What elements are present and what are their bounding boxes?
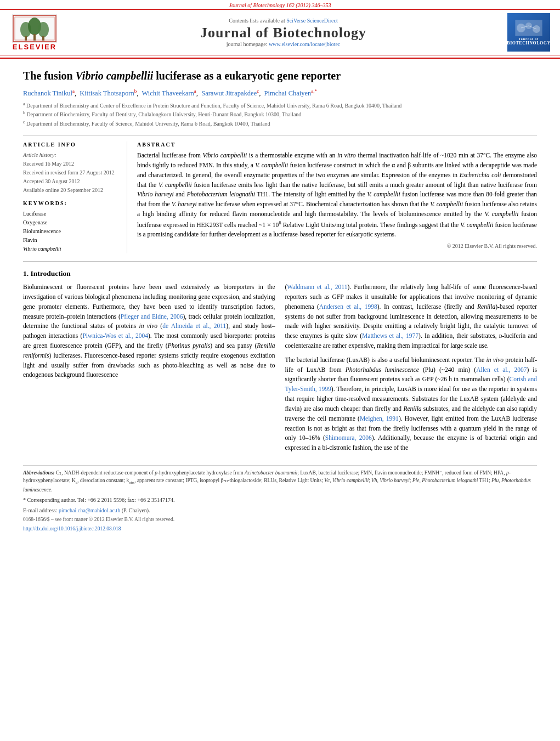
article-info-abstract: ARTICLE INFO Article history: Received 1…: [23, 135, 537, 253]
ref-dealmeida: de Almeida et al., 2011: [162, 323, 226, 329]
affiliations: a Department of Biochemistry and Center …: [23, 101, 537, 128]
article-info-header: ARTICLE INFO: [23, 142, 119, 148]
intro-para2-right: The bacterial luciferase (LuxAB) is also…: [285, 355, 538, 453]
journal-center: Contents lists available at SciVerse Sci…: [59, 18, 507, 47]
footnotes-doi[interactable]: http://dx.doi.org/10.1016/j.jbiotec.2012…: [23, 525, 537, 533]
author-1: Ruchanok Tinikul: [23, 89, 72, 97]
logo-bio-word: BIOTECHNOLOGY: [507, 41, 550, 46]
ref-pfleger: Pfleger and Eidne, 2006: [121, 313, 183, 320]
journal-top-bar: Journal of Biotechnology 162 (2012) 346–…: [0, 0, 560, 9]
email-link[interactable]: pimchai.cha@mahidol.ac.th: [59, 507, 120, 513]
received-date: Received 16 May 2012: [23, 160, 119, 168]
keyword-1: Luciferase: [23, 210, 119, 218]
intro-section: 1. Introduction Bioluminescent or fluore…: [23, 269, 537, 457]
keyword-3: Bioluminescence: [23, 227, 119, 236]
footnotes-contact: * Corresponding author. Tel: +66 2 2011 …: [23, 496, 537, 504]
journal-sciverse: Contents lists available at SciVerse Sci…: [65, 18, 502, 24]
abstract-bacterial: Bacterial luciferase from Vibrio campbel…: [137, 152, 537, 237]
intro-para1: Bioluminescent or fluorescent proteins h…: [23, 282, 275, 380]
intro-para1-right: (Waldmann et al., 2011). Furthermore, th…: [285, 282, 538, 351]
elsevier-box: [12, 14, 57, 43]
ref-piwnica: Piwnica-Wos et al., 2004: [82, 332, 148, 339]
ref-waldmann: Waldmann et al., 2011: [287, 284, 347, 290]
abbrev-text: C₁, NADH-dependent reductase component o…: [23, 470, 531, 493]
affil-a: a Department of Biochemistry and Center …: [23, 101, 537, 110]
title-start: The fusion: [23, 70, 76, 82]
journal-header: Journal of Biotechnology 162 (2012) 346–…: [0, 0, 560, 59]
keyword-4: Flavin: [23, 236, 119, 245]
article-title: The fusion Vibrio campbellii luciferase …: [23, 69, 537, 83]
article-content: The fusion Vibrio campbellii luciferase …: [0, 59, 560, 543]
footnotes-abbrev: Abbreviations: C₁, NADH-dependent reduct…: [23, 469, 537, 494]
article-info-column: ARTICLE INFO Article history: Received 1…: [23, 142, 127, 253]
history-label: Article history:: [23, 151, 119, 160]
ref-allen: Allen et al., 2007: [476, 366, 527, 373]
journal-title: Journal of Biotechnology: [65, 25, 502, 41]
journal-homepage-link[interactable]: www.elsevier.com/locate/jbiotec: [269, 41, 340, 47]
intro-body: Bioluminescent or fluorescent proteins h…: [23, 282, 537, 457]
journal-homepage: journal homepage: www.elsevier.com/locat…: [65, 41, 502, 47]
footnotes-email: E-mail address: pimchai.cha@mahidol.ac.t…: [23, 506, 537, 514]
author-2: Kittisak Thotsaporn: [80, 89, 134, 97]
svg-point-3: [38, 22, 49, 37]
svg-rect-5: [33, 34, 36, 41]
affil-c: c Department of Biochemistry, Faculty of…: [23, 119, 537, 128]
elsevier-tree-icon: [12, 14, 57, 43]
journal-logo-image: [515, 20, 542, 36]
section-divider: [23, 261, 537, 262]
ref-meighen: Meighen, 1991: [360, 415, 399, 422]
intro-left-col: Bioluminescent or fluorescent proteins h…: [23, 282, 275, 457]
ref-andersen: Andersen et al., 1998: [319, 303, 377, 310]
ref-matthews: Matthews et al., 1977: [362, 332, 418, 339]
ref-shimomura: Shimomura, 2006: [325, 434, 372, 441]
abstract-copyright: © 2012 Elsevier B.V. All rights reserved…: [137, 243, 537, 249]
keyword-5: Vibrio campbellii: [23, 245, 119, 253]
intro-right-col: (Waldmann et al., 2011). Furthermore, th…: [285, 282, 538, 457]
footnotes-section: Abbreviations: C₁, NADH-dependent reduct…: [23, 465, 537, 533]
keyword-2: Oxygenase: [23, 218, 119, 227]
abstract-text: Bacterial luciferase from Vibrio campbel…: [137, 151, 537, 240]
abstract-column: ABSTRACT Bacterial luciferase from Vibri…: [137, 142, 537, 253]
article-history: Article history: Received 16 May 2012 Re…: [23, 151, 119, 195]
author-4: Sarawut Jitrapakdee: [201, 89, 257, 97]
sciverse-link[interactable]: SciVerse ScienceDirect: [286, 18, 338, 24]
elsevier-wordmark: ELSEVIER: [13, 43, 56, 51]
affil-b: b Department of Biochemistry, Faculty of…: [23, 110, 537, 118]
author-3: Wichit Thaveekarn: [142, 89, 194, 97]
title-end: luciferase as a eukaryotic gene reporter: [153, 70, 341, 82]
abstract-header: ABSTRACT: [137, 142, 537, 148]
bio-journal-logo-right: Journal of BIOTECHNOLOGY: [507, 13, 550, 52]
page: Journal of Biotechnology 162 (2012) 346–…: [0, 0, 560, 741]
footnotes-copyright-bottom: 0168-1656/$ – see front matter © 2012 El…: [23, 516, 537, 523]
journal-ref: Journal of Biotechnology 162 (2012) 346–…: [229, 2, 331, 8]
accepted-date: Accepted 30 August 2012: [23, 177, 119, 186]
journal-banner: ELSEVIER Contents lists available at Sci…: [0, 9, 560, 55]
intro-title: 1. Introduction: [23, 269, 537, 278]
authors-line: Ruchanok Tinikula, Kittisak Thotsapornb,…: [23, 88, 537, 98]
available-date: Available online 20 September 2012: [23, 186, 119, 195]
ref-corish: Corish and Tyler-Smith, 1999: [285, 376, 537, 392]
keywords-header: Keywords:: [23, 200, 119, 206]
keywords-section: Keywords: Luciferase Oxygenase Biolumine…: [23, 200, 119, 253]
title-italic: Vibrio campbellii: [76, 70, 154, 82]
revised-date: Received in revised form 27 August 2012: [23, 168, 119, 177]
author-5: Pimchai Chaiyen: [264, 89, 312, 97]
abbrev-label: Abbreviations:: [23, 470, 55, 476]
elsevier-logo: ELSEVIER: [10, 14, 59, 51]
